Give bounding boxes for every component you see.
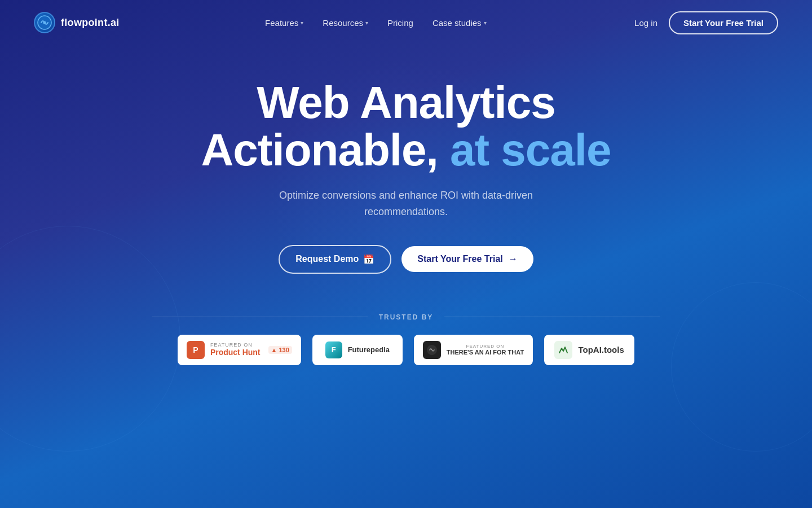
- logo-icon: [34, 12, 55, 33]
- trusted-label-row: TRUSTED BY: [152, 313, 660, 321]
- futurepedia-name: Futurepedia: [348, 345, 390, 354]
- case-studies-chevron-icon: ▾: [484, 20, 487, 26]
- login-link[interactable]: Log in: [632, 14, 660, 32]
- topai-content: TopAI.tools: [554, 341, 624, 359]
- hero-title-part2: at scale: [450, 125, 611, 175]
- hero-subtitle: Optimize conversions and enhance ROI wit…: [248, 187, 564, 220]
- topai-name: TopAI.tools: [578, 345, 624, 354]
- topai-icon: [554, 341, 572, 359]
- start-trial-button[interactable]: Start Your Free Trial →: [401, 246, 533, 272]
- theres-an-ai-badge[interactable]: FEATURED ON THERE'S AN AI FOR THAT: [414, 335, 533, 365]
- arrow-right-icon: →: [509, 254, 518, 264]
- nav-resources[interactable]: Resources ▾: [315, 14, 376, 32]
- nav-links: Features ▾ Resources ▾ Pricing Case stud…: [257, 14, 494, 32]
- trusted-section: TRUSTED BY P FEATURED ON Product Hunt ▲ …: [152, 313, 660, 365]
- futurepedia-content: F Futurepedia: [325, 341, 390, 358]
- ai-featured-label: FEATURED ON: [447, 344, 524, 349]
- calendar-icon: 📅: [363, 254, 374, 265]
- logo[interactable]: flowpoint.ai: [34, 12, 120, 33]
- futurepedia-icon: F: [325, 341, 342, 358]
- trusted-label: TRUSTED BY: [379, 313, 434, 321]
- trusted-logos: P FEATURED ON Product Hunt ▲ 130 F Futur…: [178, 335, 634, 365]
- nav-pricing[interactable]: Pricing: [379, 14, 421, 32]
- svg-point-1: [43, 21, 46, 24]
- features-chevron-icon: ▾: [301, 20, 303, 26]
- nav-cta-button[interactable]: Start Your Free Trial: [669, 11, 778, 34]
- hero-buttons: Request Demo 📅 Start Your Free Trial →: [279, 245, 533, 274]
- theres-an-ai-icon: [423, 341, 441, 359]
- hero-section: Web Analytics Actionable, at scale Optim…: [0, 45, 812, 365]
- nav-case-studies[interactable]: Case studies ▾: [425, 14, 495, 32]
- request-demo-button[interactable]: Request Demo 📅: [279, 245, 391, 274]
- ai-name: THERE'S AN AI FOR THAT: [447, 349, 524, 356]
- topai-badge[interactable]: TopAI.tools: [544, 335, 634, 365]
- trusted-line-right: [444, 317, 660, 317]
- nav-actions: Log in Start Your Free Trial: [632, 11, 778, 34]
- ph-name: Product Hunt: [210, 348, 261, 357]
- theres-an-ai-content: FEATURED ON THERE'S AN AI FOR THAT: [423, 341, 524, 359]
- nav-features[interactable]: Features ▾: [257, 14, 311, 32]
- hero-title-line1: Web Analytics: [257, 79, 555, 126]
- product-hunt-icon: P: [187, 341, 205, 359]
- logo-text: flowpoint.ai: [61, 17, 120, 29]
- hero-title-line2: Actionable, at scale: [201, 126, 611, 174]
- product-hunt-badge[interactable]: P FEATURED ON Product Hunt ▲ 130: [178, 335, 301, 365]
- ph-vote-count: ▲ 130: [268, 346, 292, 354]
- product-hunt-content: P FEATURED ON Product Hunt ▲ 130: [187, 341, 292, 359]
- hero-title-part1: Actionable,: [201, 125, 438, 175]
- futurepedia-badge[interactable]: F Futurepedia: [312, 335, 403, 365]
- resources-chevron-icon: ▾: [365, 20, 368, 26]
- navbar: flowpoint.ai Features ▾ Resources ▾ Pric…: [0, 0, 812, 45]
- trusted-line-left: [152, 317, 368, 317]
- ph-featured-label: FEATURED ON: [210, 343, 253, 348]
